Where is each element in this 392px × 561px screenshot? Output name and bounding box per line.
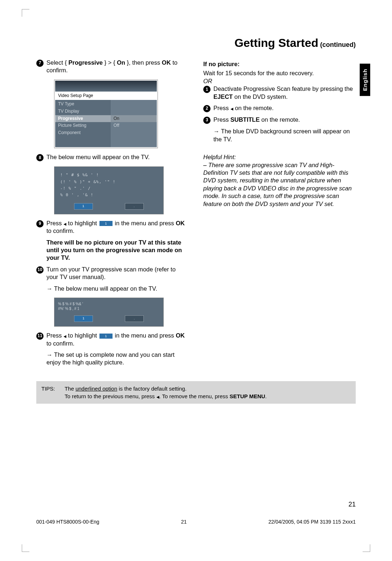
footer-mid: 21 [181, 519, 187, 525]
step-8-text: The below menu will appear on the TV. [46, 153, 189, 161]
step-num-7: 7 [36, 60, 44, 67]
page-content: Getting Started (continued) 7 Select { P… [36, 22, 356, 525]
menu-header: Video Setup Page [55, 92, 157, 100]
step-7: 7 Select { Progressive } > { On }, then … [36, 59, 189, 74]
page-subtitle: (continued) [318, 41, 356, 48]
menu-gradient [55, 81, 157, 92]
helpful-hint-label: Helpful Hint: [203, 153, 356, 161]
sm1-btn-cancel: . [125, 203, 144, 210]
sm1-line1: ! " # $ %& ' ! [58, 172, 160, 178]
left-column: 7 Select { Progressive } > { On }, then … [36, 59, 189, 370]
step-11: 11 Press to highlight 1 in the menu and … [36, 332, 189, 347]
sm2-line2: #%' % $ , # 1 [58, 306, 160, 311]
step-9: 9 Press to highlight 1 in the menu and p… [36, 219, 189, 235]
step-7-text: Select { Progressive } > { On }, then pr… [46, 59, 189, 74]
language-tab: English [360, 64, 370, 96]
step-num-10: 10 [36, 266, 44, 274]
menu-item-picture: Picture Setting [55, 122, 111, 129]
crop-mark-br [363, 544, 370, 552]
menu-spacer [111, 101, 157, 108]
sm2-line1: % $ % # $ %& ' [58, 302, 160, 306]
left-arrow-icon [64, 220, 66, 226]
step-num-8: 8 [36, 154, 44, 161]
crop-mark-tr [363, 9, 370, 16]
menu-item-component: Component [55, 129, 111, 137]
page-title-row: Getting Started (continued) [36, 36, 356, 50]
menu-opt-on: On [111, 115, 157, 122]
left-arrow-icon [230, 105, 233, 111]
page-number: 21 [348, 501, 356, 508]
step-10-result: The below menu will appear on the TV. [46, 285, 189, 292]
sm2-btn-ok: 1 [74, 315, 93, 322]
no-picture-warning: There will be no picture on your TV at t… [46, 239, 189, 262]
right-step-num-1: 1 [203, 86, 211, 93]
menu-spacer [111, 108, 157, 115]
sm1-btn-ok: 1 [74, 203, 93, 210]
step-11-text: Press to highlight 1 in the menu and pre… [46, 332, 189, 347]
right-step-3-result: The blue DVD background screen will appe… [213, 128, 356, 143]
wait-text: Wait for 15 seconds for the auto recover… [203, 69, 356, 77]
sm1-line3: -! % " .' / [58, 185, 160, 192]
left-arrow-icon [156, 393, 159, 399]
underlined-option: underlined option [75, 386, 117, 392]
confirm-menu-2: % $ % # $ %& ' #%' % $ , # 1 1 . [54, 298, 163, 326]
helpful-hint-body: – There are some progressive scan TV and… [203, 161, 356, 208]
right-step-num-2: 2 [203, 105, 211, 112]
inline-ok-icon: 1 [99, 221, 113, 226]
sm2-btn-cancel: . [125, 315, 144, 322]
sm1-line2: (! ' % )" + &%, '" ! [58, 179, 160, 185]
step-11-result: The set up is complete now and you can s… [46, 351, 189, 367]
right-column: If no picture: Wait for 15 seconds for t… [203, 59, 356, 370]
sm1-line4: % 0 ' , '& ! [58, 192, 160, 198]
step-10: 10 Turn on your TV progressive scan mode… [36, 266, 189, 281]
left-arrow-icon [64, 332, 66, 339]
video-setup-menu: Video Setup Page TV Type TV Display Prog… [54, 80, 158, 148]
tips-bar: TIPS: The underlined option is the facto… [36, 381, 356, 404]
step-num-9: 9 [36, 220, 44, 227]
crop-mark-tl [22, 9, 29, 17]
menu-right-col: On Off [111, 100, 157, 147]
right-step-num-3: 3 [203, 117, 211, 124]
footer-right: 22/04/2005, 04:05 PM 3139 115 2xxx1 [268, 519, 356, 525]
right-step-3: 3 Press SUBTITLE on the remote. [203, 116, 356, 124]
menu-item-tvdisplay: TV Display [55, 108, 111, 115]
footer: 001-049 HTS8000S-00-Eng 21 22/04/2005, 0… [36, 519, 356, 525]
menu-item-progressive: Progressive [55, 115, 111, 122]
tips-label: TIPS: [41, 385, 63, 392]
right-step-1: 1 Deactivate Progressive Scan feature by… [203, 85, 356, 101]
menu-left-col: TV Type TV Display Progressive Picture S… [55, 100, 111, 147]
right-step-3-text: Press SUBTITLE on the remote. [213, 116, 356, 124]
if-no-picture-heading: If no picture: [203, 60, 356, 68]
or-text: OR [203, 77, 356, 85]
right-step-1-text: Deactivate Progressive Scan feature by p… [213, 85, 356, 101]
page-title: Getting Started [234, 36, 318, 49]
menu-opt-off: Off [111, 122, 157, 129]
menu-item-tvtype: TV Type [55, 101, 111, 108]
step-8: 8 The below menu will appear on the TV. [36, 153, 189, 161]
confirm-menu-1: ! " # $ %& ' ! (! ' % )" + &%, '" ! -! %… [54, 167, 163, 214]
crop-mark-bl [22, 544, 29, 552]
inline-ok-icon: 1 [99, 334, 113, 339]
step-num-11: 11 [36, 332, 44, 340]
right-step-2-text: Press on the remote. [213, 104, 356, 112]
right-step-2: 2 Press on the remote. [203, 104, 356, 112]
step-9-text: Press to highlight 1 in the menu and pre… [46, 219, 189, 235]
step-10-text: Turn on your TV progressive scan mode (r… [46, 266, 189, 281]
footer-left: 001-049 HTS8000S-00-Eng [36, 519, 99, 525]
